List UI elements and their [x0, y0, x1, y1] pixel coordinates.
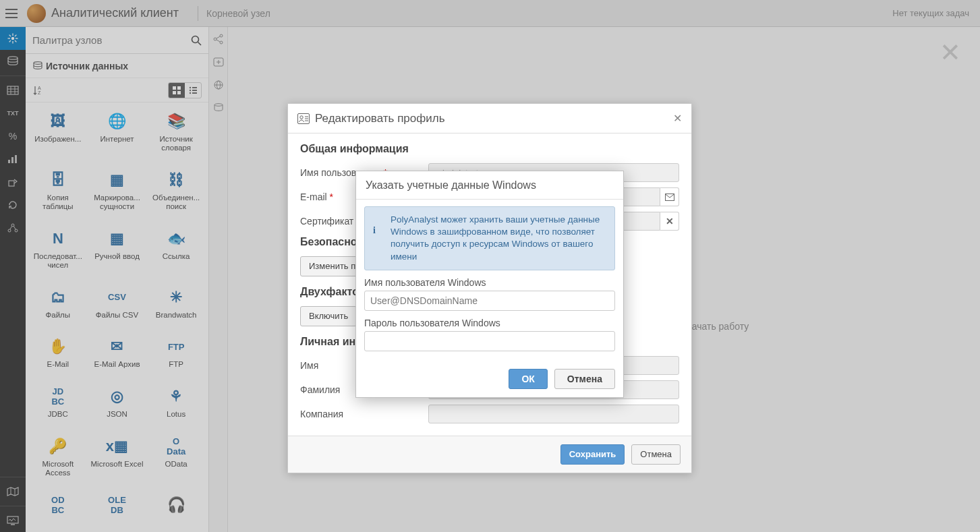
cancel-edit-button[interactable]: Отмена	[631, 444, 681, 465]
win-password-input[interactable]	[364, 331, 615, 351]
enable-2fa-button[interactable]: Включить	[300, 306, 357, 326]
info-text: PolyAnalyst может хранить ваши учетные д…	[391, 214, 600, 262]
win-dialog-title: Указать учетные данные Windows	[356, 171, 623, 200]
info-icon: i	[373, 225, 376, 237]
edit-dialog-header: Редактировать профиль ✕	[288, 104, 691, 134]
edit-dialog-close-icon[interactable]: ✕	[673, 112, 682, 125]
svg-point-54	[300, 115, 303, 118]
email-icon[interactable]	[660, 187, 679, 206]
windows-creds-dialog: Указать учетные данные Windows i PolyAna…	[355, 171, 624, 398]
change-password-button[interactable]: Изменить п	[300, 256, 364, 276]
company-field[interactable]	[428, 405, 679, 423]
win-username-input[interactable]	[364, 291, 615, 311]
info-box: i PolyAnalyst может хранить ваши учетные…	[364, 206, 615, 270]
save-button[interactable]: Сохранить	[560, 444, 625, 465]
section-general: Общая информация	[300, 143, 679, 155]
profile-icon	[297, 113, 310, 124]
cancel-button[interactable]: Отмена	[554, 369, 615, 389]
label-win-user: Имя пользователя Windows	[364, 277, 615, 288]
clear-cert-icon[interactable]: ✕	[660, 212, 679, 231]
edit-dialog-title: Редактировать профиль	[315, 112, 445, 125]
ok-button[interactable]: ОК	[509, 369, 547, 389]
label-company: Компания	[300, 409, 428, 419]
label-win-password: Пароль пользователя Windows	[364, 318, 615, 328]
